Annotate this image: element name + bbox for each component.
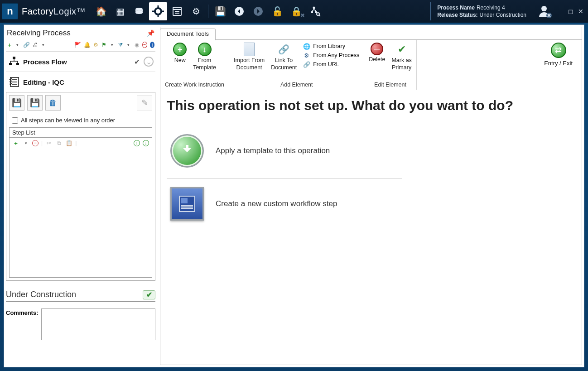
group-label-edit: Edit Element — [374, 81, 406, 89]
ribbon-group-create: + New From Template Create Work Instruct… — [160, 40, 229, 90]
step-copy-icon: ⧉ — [55, 140, 63, 147]
close-button[interactable]: ✕ — [578, 8, 583, 15]
left-panel: Receiving Process 📌 ＋ ▾ 🔗 🖨 ▾ 🚩 🔔 ⚙ ⚑ ▾ … — [6, 27, 155, 365]
release-status-label: Release Status: — [437, 12, 477, 18]
filter-dropdown-icon[interactable]: ▾ — [126, 41, 131, 48]
user-status-icon[interactable] — [537, 4, 553, 19]
status-text: Under Construction — [6, 290, 76, 299]
from-url-icon: 🔗 — [303, 61, 310, 68]
new-button[interactable]: + New — [173, 43, 187, 63]
dot-icon[interactable]: ◉ — [134, 41, 140, 48]
mark-as-primary-button[interactable]: Mark as Primary — [391, 43, 411, 71]
left-panel-header: Receiving Process 📌 — [6, 27, 155, 40]
comments-textarea[interactable] — [41, 308, 155, 340]
link-mini-icon[interactable]: 🔗 — [23, 41, 30, 48]
mark-l2: Primary — [392, 64, 411, 71]
brand-main: Factory — [22, 6, 53, 16]
gear-icon[interactable]: ⚙ — [187, 2, 205, 20]
app-root: n FactoryLogix™ 🏠 ▦ ⚙ 💾 � — [0, 0, 588, 371]
step-add-dropdown-icon[interactable]: ▾ — [22, 140, 29, 147]
minimize-button[interactable]: — — [557, 8, 564, 15]
flag-dropdown-icon[interactable]: ▾ — [110, 41, 115, 48]
link-to-document-button[interactable]: Link To Document — [271, 43, 297, 71]
tab-document-tools[interactable]: Document Tools — [160, 29, 216, 40]
flag-green-icon[interactable]: ⚑ — [101, 41, 107, 48]
svg-point-2 — [156, 9, 160, 14]
toolbar-separator — [208, 5, 208, 18]
filter-icon[interactable]: ⧩ — [118, 41, 123, 48]
maximize-button[interactable]: ◻ — [568, 8, 574, 15]
svg-rect-21 — [13, 57, 15, 59]
from-template-button[interactable]: From Template — [193, 43, 216, 71]
discard-tile-icon[interactable]: 🗑 — [45, 95, 61, 111]
from-library-button[interactable]: 🌐From Library — [303, 43, 359, 50]
import-l1: Import From — [234, 57, 265, 63]
svg-rect-4 — [158, 14, 159, 17]
option-apply-template[interactable]: Apply a template to this operation — [167, 126, 402, 176]
svg-rect-5 — [152, 11, 155, 12]
from-template-icon — [198, 43, 212, 56]
delete-button[interactable]: Delete — [369, 43, 385, 63]
step-remove-icon[interactable]: – — [32, 140, 39, 146]
entry-exit-button[interactable]: ⇄ Entry / Exit — [540, 40, 582, 90]
editing-toolbar-box: 💾 💾 🗑 ✎ All steps can be viewed in any o… — [6, 92, 155, 281]
status-ok-icon[interactable]: ✔ — [143, 290, 155, 299]
print-icon[interactable]: 🖨 — [33, 41, 38, 48]
bell-icon[interactable]: 🔔 — [84, 41, 91, 48]
mark-primary-icon — [395, 43, 409, 56]
grid-icon[interactable]: ▦ — [111, 2, 129, 20]
link-doc-icon — [277, 43, 291, 56]
print-dropdown-icon[interactable]: ▾ — [41, 41, 46, 48]
svg-rect-27 — [181, 205, 193, 207]
save-icon[interactable]: 💾 — [211, 2, 229, 20]
process-name-value: Receiving 4 — [477, 5, 505, 11]
step-up-icon[interactable]: ↑ — [134, 140, 140, 146]
comments-block: Comments: — [6, 308, 155, 340]
from-any-process-button[interactable]: ⚙From Any Process — [303, 52, 359, 59]
process-flow-section[interactable]: Process Flow ✔ ⌄ — [6, 52, 155, 72]
from-url-button[interactable]: 🔗From URL — [303, 61, 359, 68]
editing-title: Editing - IQC — [23, 78, 64, 86]
step-list-body: ＋ ▾ – | ✂ ⧉ 📋 | ↑ ↓ — [9, 137, 152, 278]
status-row: Under Construction ✔ — [6, 289, 155, 302]
hierarchy-search-icon[interactable] — [306, 2, 324, 20]
window-controls: — ◻ ✕ — [557, 8, 588, 15]
target-icon[interactable] — [149, 2, 167, 20]
save-tile-icon[interactable]: 💾 — [9, 95, 24, 111]
left-panel-toolbar: ＋ ▾ 🔗 🖨 ▾ 🚩 🔔 ⚙ ⚑ ▾ ⧩ ▾ ◉ – i — [6, 40, 155, 52]
all-steps-checkbox-row[interactable]: All steps can be viewed in any order — [9, 111, 152, 127]
svg-point-19 — [541, 6, 547, 11]
svg-point-13 — [313, 7, 315, 9]
process-flow-title: Process Flow — [23, 58, 67, 66]
add-dropdown-icon[interactable]: ▾ — [15, 41, 20, 48]
save-blue-tile-icon[interactable]: 💾 — [27, 95, 43, 111]
back-icon[interactable] — [230, 2, 248, 20]
gear-mini-icon[interactable]: ⚙ — [93, 41, 99, 48]
all-steps-checkbox[interactable] — [12, 117, 18, 124]
step-add-icon[interactable]: ＋ — [12, 140, 19, 147]
flag-icon[interactable]: 🚩 — [74, 41, 81, 48]
apply-template-icon — [170, 134, 204, 168]
brand-text: FactoryLogix™ — [22, 6, 86, 17]
home-icon[interactable]: 🏠 — [92, 2, 110, 20]
option-create-custom[interactable]: Create a new custom workflow step — [167, 178, 402, 229]
svg-rect-26 — [181, 198, 188, 203]
step-down-icon[interactable]: ↓ — [143, 140, 149, 146]
form-icon[interactable] — [168, 2, 186, 20]
pin-icon[interactable]: 📌 — [147, 29, 154, 37]
stack-icon[interactable] — [130, 2, 148, 20]
from-library-icon: 🌐 — [303, 43, 310, 50]
add-icon[interactable]: ＋ — [7, 41, 12, 48]
option-create-custom-text: Create a new custom workflow step — [216, 199, 337, 208]
import-from-document-button[interactable]: Import From Document — [234, 43, 265, 71]
edit-tile-icon[interactable]: ✎ — [137, 95, 152, 111]
step-list-header: Step List — [9, 127, 152, 137]
all-steps-label: All steps can be viewed in any order — [21, 117, 115, 124]
expand-down-icon[interactable]: ⌄ — [144, 57, 154, 67]
remove-icon[interactable]: – — [142, 42, 147, 48]
editing-icon — [8, 77, 20, 87]
info-icon[interactable]: i — [150, 42, 154, 48]
new-plus-icon: + — [173, 43, 187, 56]
forward-icon — [249, 2, 267, 20]
svg-rect-15 — [311, 11, 313, 13]
